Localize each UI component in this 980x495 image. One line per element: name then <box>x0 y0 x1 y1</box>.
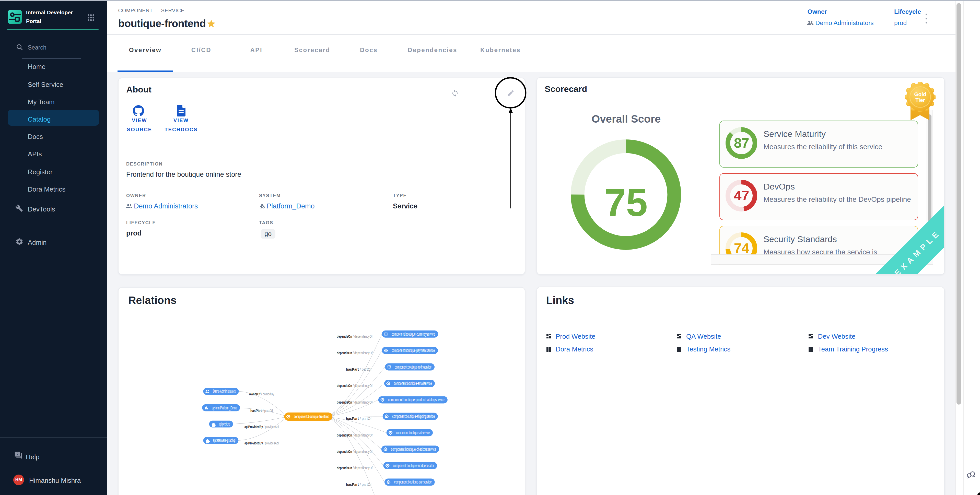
svg-text:dependsOn / dependencyOf: dependsOn / dependencyOf <box>336 350 372 355</box>
svg-text:component:boutique-cartservice: component:boutique-cartservice <box>394 479 431 484</box>
svg-text:dependsOn / dependencyOf: dependsOn / dependencyOf <box>336 433 372 437</box>
svg-text:component:boutique-currencyser: component:boutique-currencyservice <box>391 331 435 336</box>
svg-text:component:boutique-redisservic: component:boutique-redisservice <box>395 364 431 369</box>
svg-text:component:boutique-productcata: component:boutique-productcatalogservice <box>388 397 444 402</box>
svg-text:hasPart / partOf: hasPart / partOf <box>250 408 273 412</box>
svg-text:api:starwars-graphql: api:starwars-graphql <box>213 438 235 442</box>
svg-text:dependsOn / dependencyOf: dependsOn / dependencyOf <box>336 465 372 470</box>
svg-text:component:boutique-loadgenerat: component:boutique-loadgenerator <box>393 463 434 468</box>
svg-text:api:petstore: api:petstore <box>219 421 230 426</box>
svg-text:Gold: Gold <box>914 91 926 97</box>
svg-text:dependsOn / dependencyOf: dependsOn / dependencyOf <box>336 400 372 404</box>
svg-text:Tier: Tier <box>916 97 925 103</box>
svg-text:apiProvidedBy / providesApi: apiProvidedBy / providesApi <box>244 441 278 445</box>
svg-text:dependsOn / dependencyOf: dependsOn / dependencyOf <box>336 449 372 454</box>
svg-text:component:boutique-frontend: component:boutique-frontend <box>294 414 329 419</box>
svg-text:hasPart / partOf: hasPart / partOf <box>346 416 371 420</box>
svg-text:component:boutique-adservice: component:boutique-adservice <box>396 430 430 435</box>
svg-text:component:boutique-emailservic: component:boutique-emailservice <box>394 380 431 386</box>
svg-text:?: ? <box>17 452 19 456</box>
svg-text:hasPart / partOf: hasPart / partOf <box>346 482 371 486</box>
svg-text:dependsOn / dependencyOf: dependsOn / dependencyOf <box>336 383 372 387</box>
svg-text:apiProvidedBy / providesApi: apiProvidedBy / providesApi <box>244 424 278 428</box>
svg-text:hasPart / partOf: hasPart / partOf <box>346 367 371 371</box>
svg-text:Demo Administrators: Demo Administrators <box>213 388 235 393</box>
svg-text:system:Platform_Demo: system:Platform_Demo <box>212 405 237 411</box>
svg-text:ownerOf / ownedBy: ownerOf / ownedBy <box>249 392 274 396</box>
svg-text:component:boutique-shippingser: component:boutique-shippingservice <box>392 414 434 419</box>
svg-text:component:boutique-paymentserv: component:boutique-paymentservice <box>391 348 434 353</box>
svg-text:component:boutique-checkoutser: component:boutique-checkoutservice <box>391 446 436 452</box>
svg-text:dependsOn / dependencyOf: dependsOn / dependencyOf <box>336 334 372 338</box>
